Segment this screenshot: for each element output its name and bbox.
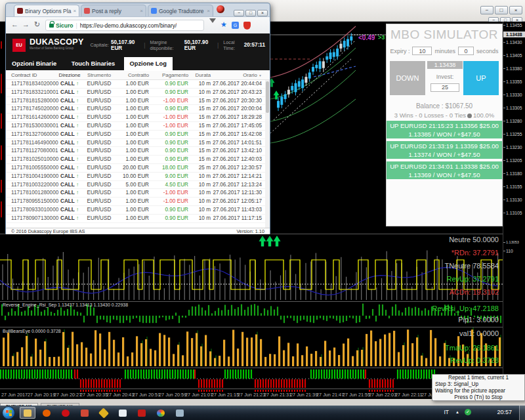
taskbar-window-icon[interactable] (172, 407, 188, 419)
taskbar-document-icon[interactable] (115, 407, 131, 419)
expiry-minutes-input[interactable] (412, 47, 432, 55)
up-button[interactable]: UP (463, 61, 499, 95)
close-icon[interactable]: × (71, 8, 76, 14)
timeline-label: 27 Jun 22:11 (395, 392, 423, 398)
table-row[interactable]: 1171781004190000CALL ↑EUR/USD10.00 EUR9.… (6, 173, 270, 181)
down-button[interactable]: DOWN (390, 61, 425, 95)
taskbar-opera-icon[interactable] (58, 407, 74, 419)
taskbar-mail-icon[interactable] (77, 407, 93, 419)
popup-line: Step 3: Signal_Up (432, 381, 524, 388)
taskbar-chrome-icon[interactable] (153, 407, 169, 419)
hidden-icons-arrow[interactable]: ▲ (455, 410, 459, 414)
close-icon[interactable]: × (205, 8, 210, 14)
balance-label: Balance : $1067.50 (387, 102, 502, 110)
taskbar-notes-icon[interactable] (96, 407, 112, 419)
col-pagamento[interactable]: Pagamento (149, 72, 188, 78)
show-desktop-button[interactable] (519, 406, 525, 420)
chart-annotation-green: >3 (378, 34, 385, 41)
forward-icon[interactable]: → (22, 20, 30, 28)
col-durata[interactable]: Durata (188, 72, 211, 78)
table-row[interactable]: 1171781003220000CALL ↑EUR/USD5.00 EUR4.5… (6, 181, 270, 190)
table-row[interactable]: 1171781745020000CALL ↑EUR/USD1.00 EUR0.9… (6, 105, 270, 114)
tab-touch-binaries[interactable]: Touch Binaries (66, 57, 121, 71)
indicator-pane-1[interactable] (0, 234, 503, 301)
pane-separator[interactable] (0, 368, 525, 368)
table-row[interactable]: 1171781833210001CALL ↑EUR/USD1.00 EUR0.9… (6, 89, 270, 97)
taskbar: IT ▲ ✓ 20:57 (0, 406, 525, 420)
table-row[interactable]: 1171780955150000CALL ↑EUR/USD1.00 EUR-1.… (6, 198, 270, 206)
favicon-translate (151, 8, 157, 14)
timeline-label: 27 Jun 22:03 (369, 392, 396, 398)
call-up-arrow-icon: ↑ (76, 98, 79, 104)
table-row[interactable]: 1171781815280000CALL ↑EUR/USD1.00 EUR-1.… (6, 97, 270, 106)
pane3-indicator-title: BullBearsEye 0.0000 0.3728 (3, 329, 61, 333)
contracts-table: 1171781834020000CALL ↑EUR/USD1.00 EUR0.9… (6, 80, 270, 223)
table-row[interactable]: 1171781005550000CALL ↑EUR/USD20.00 EUR18… (6, 164, 270, 173)
timeline-label: 27 Jun 20:19 (28, 392, 55, 398)
local-time-value: 20:57:11 (244, 42, 265, 48)
call-up-arrow-icon: ↑ (76, 114, 79, 120)
back-icon[interactable]: ← (11, 20, 18, 28)
col-contract-id[interactable]: Contract ID (6, 72, 56, 78)
seconds-label: seconds (476, 48, 499, 54)
table-row[interactable]: 1171781614260000CALL ↑EUR/USD1.00 EUR-1.… (6, 114, 270, 122)
translate-icon[interactable]: G (232, 22, 239, 29)
tab-opzione-log[interactable]: Opzione Log (124, 57, 173, 71)
col-direzione[interactable]: Direzione (56, 72, 83, 78)
invest-input[interactable] (430, 83, 459, 92)
browser-tab-google-translate[interactable]: Google Traduttore × (148, 5, 213, 16)
sort-icon[interactable]: ▼ (259, 74, 262, 77)
popup-line: Repeat 1 times, current 1 (432, 375, 524, 381)
browser-tab-binary-options[interactable]: Binary Options Pla × (14, 5, 79, 16)
taskbar-clock[interactable]: 20:57 (497, 409, 512, 415)
col-orario[interactable]: Orario ▼ (211, 72, 264, 78)
taskbar-file-explorer-icon[interactable] (20, 407, 35, 419)
call-up-arrow-icon: ↑ (76, 89, 79, 95)
bookmark-star-icon[interactable]: ★ (220, 20, 227, 29)
indicator-value-label: TNeutre 78.5584 (444, 262, 499, 270)
table-scrollbar[interactable] (265, 80, 270, 234)
antivirus-tray-icon[interactable]: ✓ (465, 409, 471, 415)
timeline-label: 27 Jun 21:31 (264, 392, 291, 398)
table-row[interactable]: 1171781530030001CALL ↑EUR/USD1.00 EUR-1.… (6, 122, 270, 131)
table-row[interactable]: 1171781025010000CALL ↑EUR/USD1.00 EUR0.9… (6, 156, 270, 164)
table-row[interactable]: 1171781327060000CALL ↑EUR/USD1.00 EUR0.9… (6, 131, 270, 139)
price-tick: 1.13280 (506, 119, 522, 123)
price-tick: 1.13405 (506, 53, 522, 58)
version: Version: 1.10 (236, 228, 264, 234)
close-icon[interactable]: × (138, 8, 143, 14)
table-row[interactable]: 1171781127080001CALL ↑EUR/USD1.00 EUR0.9… (6, 147, 270, 156)
table-row[interactable]: 1171781834020000CALL ↑EUR/USD1.00 EUR0.9… (6, 80, 270, 89)
maximize-icon[interactable]: □ (245, 10, 256, 16)
call-up-arrow-icon: ↑ (76, 81, 79, 87)
taskbar-shield-icon[interactable] (134, 407, 150, 419)
refresh-icon[interactable]: ↻ (34, 20, 40, 29)
tab-opzioni-binarie[interactable]: Opzioni Binarie (6, 57, 62, 71)
expiry-seconds-input[interactable] (458, 47, 474, 55)
close-icon[interactable]: × (257, 10, 268, 16)
timeline-label: 27 Jun 20:51 (133, 392, 160, 398)
pane-separator[interactable] (0, 301, 525, 302)
debug-bug-icon[interactable] (217, 5, 224, 13)
col-strumento[interactable]: Strumento (83, 72, 115, 78)
minimize-icon[interactable]: − (234, 10, 244, 16)
browser-tab-post-a-reply[interactable]: Post a reply × (81, 5, 146, 16)
windows-start-button[interactable] (2, 406, 15, 419)
table-row[interactable]: 1171781146490000CALL ↑EUR/USD1.00 EUR0.9… (6, 139, 270, 148)
price-tick: 1.13105 (506, 211, 522, 215)
capital-label: Capitale: (91, 42, 109, 48)
current-price-label: 1.13438 (503, 32, 525, 37)
url-text: https://eu-demo.dukascopy.com/binary/ (80, 22, 177, 29)
table-row[interactable]: 1171780907130000CALL ↑EUR/USD1.00 EUR0.9… (6, 215, 270, 223)
adblock-shield-icon[interactable] (243, 22, 251, 30)
taskbar-firefox-icon[interactable] (39, 407, 54, 419)
timeline-label: 27 Jun 20:35 (80, 392, 108, 398)
table-row[interactable]: 1171780933010000CALL ↑EUR/USD1.00 EUR0.9… (6, 206, 270, 215)
price-tick: 1.13155 (506, 184, 522, 189)
table-row[interactable]: 1171781001280000CALL ↑EUR/USD1.00 EUR-1.… (6, 189, 270, 198)
col-contratto[interactable]: Contratto (115, 72, 149, 78)
pane-separator[interactable] (0, 327, 525, 327)
language-indicator[interactable]: IT (444, 409, 449, 415)
address-bar[interactable]: Sicuro | https://eu-demo.dukascopy.com/b… (45, 20, 204, 31)
indicator-pane-3[interactable] (0, 327, 503, 368)
